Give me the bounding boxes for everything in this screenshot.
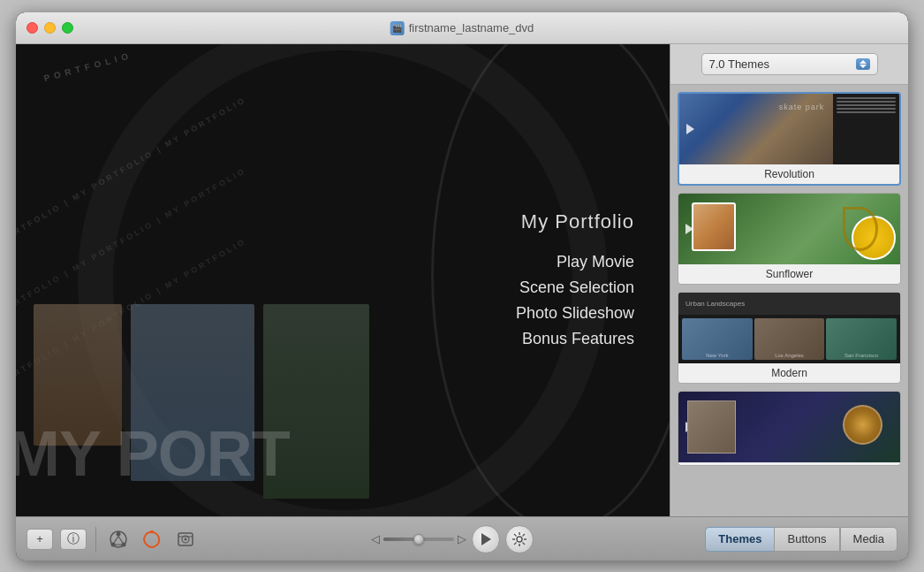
tab-buttons-label: Buttons bbox=[787, 532, 826, 545]
titlebar-icon: 🎬 bbox=[390, 21, 405, 35]
modern-thumb-3: San Francisco bbox=[826, 318, 897, 360]
maximize-button[interactable] bbox=[62, 22, 73, 34]
modern-thumb-2: Los Angeles bbox=[754, 318, 825, 360]
dvd-disc-button[interactable] bbox=[172, 529, 199, 550]
play-triangle-icon bbox=[481, 533, 491, 545]
modern-city-3: San Francisco bbox=[826, 353, 897, 358]
sunflower-decor bbox=[838, 202, 896, 260]
rotate-icon-svg bbox=[142, 530, 162, 549]
modern-top-bar: Urban Landscapes bbox=[678, 293, 900, 315]
sunflower-photo bbox=[692, 202, 736, 251]
svg-line-17 bbox=[514, 534, 517, 537]
rev-line-3 bbox=[837, 104, 896, 106]
large-text-overlay: MY PORT bbox=[16, 417, 661, 490]
flower-button[interactable] bbox=[505, 525, 534, 553]
theme-item-fourth[interactable] bbox=[678, 391, 901, 466]
theme-label-modern: Modern bbox=[678, 363, 900, 383]
close-button[interactable] bbox=[27, 22, 38, 34]
volume-control: ◁ ▷ bbox=[371, 532, 466, 545]
network-button[interactable] bbox=[105, 529, 132, 550]
rotate-button[interactable] bbox=[139, 529, 165, 550]
play-button[interactable] bbox=[472, 525, 500, 553]
themes-header: 7.0 Themes bbox=[670, 44, 908, 85]
modern-city-2: Los Angeles bbox=[754, 353, 825, 358]
theme-thumbnail-sunflower bbox=[678, 194, 900, 264]
dvd-disc-icon-svg bbox=[176, 530, 195, 549]
dropdown-arrow-down bbox=[860, 65, 867, 68]
menu-item-play[interactable]: Play Movie bbox=[516, 251, 634, 273]
theme-thumbnail-revolution: skate park bbox=[679, 94, 899, 164]
theme-item-modern[interactable]: Urban Landscapes New York Los Angeles Sa… bbox=[678, 292, 901, 384]
theme-item-sunflower[interactable]: Sunflower bbox=[678, 193, 901, 285]
tab-themes[interactable]: Themes bbox=[705, 527, 774, 552]
traffic-lights bbox=[27, 22, 73, 34]
volume-slider-thumb[interactable] bbox=[413, 534, 424, 545]
window-title: 🎬 firstname_lastname_dvd bbox=[390, 21, 534, 35]
tab-media-label: Media bbox=[853, 532, 884, 545]
theme-thumbnail-fourth bbox=[678, 392, 900, 462]
volume-right-icon: ▷ bbox=[458, 532, 466, 545]
modern-thumb-1: New York bbox=[682, 318, 753, 360]
transport-controls: ◁ ▷ bbox=[206, 525, 698, 553]
minimize-button[interactable] bbox=[44, 22, 56, 34]
menu-item-slideshow[interactable]: Photo Slideshow bbox=[516, 302, 634, 324]
dvd-title: My Portfolio bbox=[516, 210, 634, 233]
rev-line-4 bbox=[837, 108, 896, 110]
dvd-menu-content: My Portfolio Play Movie Scene Selection … bbox=[516, 210, 634, 350]
themes-panel: 7.0 Themes skate park bbox=[670, 44, 908, 516]
rev-image: skate park bbox=[679, 94, 833, 164]
theme-label-revolution: Revolution bbox=[679, 164, 899, 184]
svg-line-20 bbox=[514, 542, 517, 545]
tab-buttons[interactable]: Buttons bbox=[774, 527, 839, 552]
info-icon: ⓘ bbox=[67, 531, 80, 547]
rev-side bbox=[833, 94, 899, 164]
svg-point-3 bbox=[122, 542, 126, 546]
titlebar: 🎬 firstname_lastname_dvd bbox=[16, 12, 908, 44]
add-icon: + bbox=[36, 532, 43, 545]
fourth-compass bbox=[843, 405, 882, 445]
network-icon-svg bbox=[109, 530, 128, 549]
dvd-menu-list: Play Movie Scene Selection Photo Slidesh… bbox=[516, 251, 634, 350]
bottom-tabs: Themes Buttons Media bbox=[705, 527, 897, 552]
diagonal-strip-1: MY PORTFOLIO | MY PORTFOLIO | MY PORTFOL… bbox=[16, 44, 442, 255]
main-content: MY PORTFOLIO | MY PORTFOLIO | MY PORTFOL… bbox=[16, 44, 908, 516]
svg-line-4 bbox=[114, 536, 118, 543]
themes-list[interactable]: skate park Revolution bbox=[670, 85, 908, 516]
rev-content: skate park bbox=[679, 94, 899, 164]
portfolio-arc-text: PORTFOLIO bbox=[42, 50, 133, 83]
modern-nav-1: Urban Landscapes bbox=[685, 300, 745, 308]
rev-line-2 bbox=[837, 101, 896, 103]
toolbar: + ⓘ bbox=[16, 516, 908, 561]
themes-dropdown-label: 7.0 Themes bbox=[709, 57, 769, 71]
themes-dropdown[interactable]: 7.0 Themes bbox=[701, 53, 878, 75]
svg-line-18 bbox=[522, 542, 525, 545]
rev-title-text: skate park bbox=[779, 103, 825, 111]
tab-media[interactable]: Media bbox=[840, 527, 897, 552]
svg-point-1 bbox=[117, 531, 121, 536]
svg-line-5 bbox=[118, 536, 123, 543]
menu-item-scene[interactable]: Scene Selection bbox=[516, 277, 634, 299]
tab-themes-label: Themes bbox=[718, 532, 761, 545]
modern-bottom: New York Los Angeles San Francisco bbox=[678, 315, 900, 363]
dropdown-arrow-up bbox=[860, 60, 867, 64]
svg-point-10 bbox=[185, 538, 187, 540]
svg-line-19 bbox=[522, 534, 525, 537]
add-button[interactable]: + bbox=[27, 529, 53, 550]
separator-1 bbox=[95, 527, 96, 552]
watermark-line1: MY PORT bbox=[16, 417, 661, 490]
info-button[interactable]: ⓘ bbox=[60, 529, 87, 550]
theme-item-revolution[interactable]: skate park Revolution bbox=[678, 92, 901, 186]
svg-point-2 bbox=[111, 542, 116, 546]
volume-slider-track[interactable] bbox=[383, 538, 454, 541]
theme-thumbnail-modern: Urban Landscapes New York Los Angeles Sa… bbox=[678, 293, 900, 363]
volume-left-icon: ◁ bbox=[371, 532, 380, 545]
menu-item-bonus[interactable]: Bonus Features bbox=[516, 328, 634, 350]
dropdown-arrows bbox=[856, 58, 870, 70]
sunflower-spiral bbox=[843, 207, 878, 251]
fourth-photo bbox=[687, 400, 736, 454]
theme-label-sunflower: Sunflower bbox=[678, 264, 900, 284]
dvd-panel: MY PORTFOLIO | MY PORTFOLIO | MY PORTFOL… bbox=[16, 44, 670, 516]
dvd-preview: MY PORTFOLIO | MY PORTFOLIO | MY PORTFOL… bbox=[16, 44, 670, 516]
rev-line-5 bbox=[837, 111, 896, 113]
svg-point-12 bbox=[517, 537, 522, 542]
